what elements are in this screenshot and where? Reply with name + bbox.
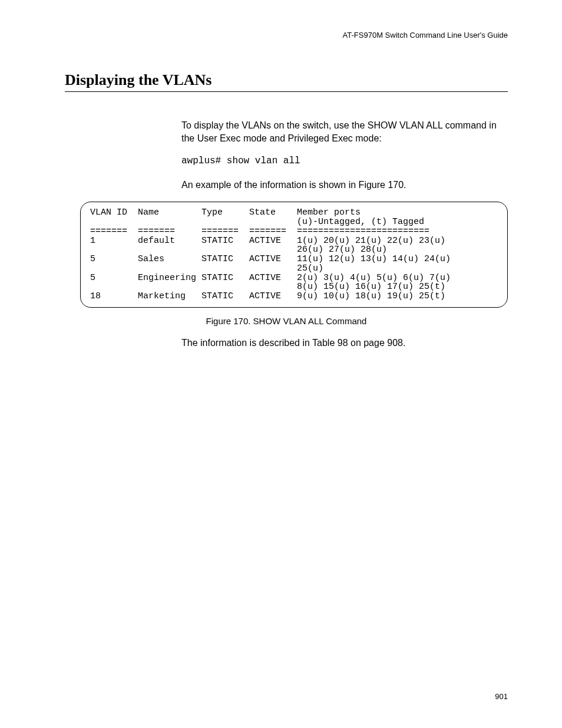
figure-caption: Figure 170. SHOW VLAN ALL Command (65, 316, 508, 326)
closing-paragraph: The information is described in Table 98… (181, 337, 508, 350)
section-title: Displaying the VLANs (65, 71, 508, 92)
body-block: To display the VLANs on the switch, use … (181, 119, 508, 191)
closing-block: The information is described in Table 98… (181, 337, 508, 350)
vlan-output-box: VLAN ID Name Type State Member ports (u)… (80, 202, 508, 308)
command-line: awplus# show vlan all (181, 155, 508, 168)
page: AT-FS970M Switch Command Line User's Gui… (0, 0, 562, 728)
intro-paragraph: To display the VLANs on the switch, use … (181, 119, 508, 144)
page-number: 901 (495, 692, 508, 701)
running-head: AT-FS970M Switch Command Line User's Gui… (65, 31, 508, 39)
example-paragraph: An example of the information is shown i… (181, 179, 508, 192)
